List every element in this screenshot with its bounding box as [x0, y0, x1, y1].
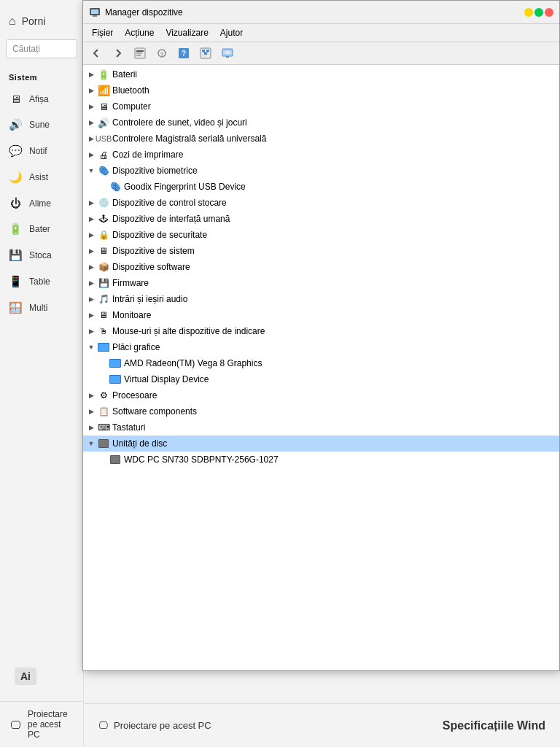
svg-rect-2	[93, 15, 97, 17]
title-bar-title: Manager dispozitive	[105, 7, 520, 18]
expand-audio-io[interactable]: ▶	[86, 294, 96, 304]
label-gpu-group: Plăci grafice	[112, 342, 160, 352]
minimize-button[interactable]	[524, 8, 533, 17]
device-tree[interactable]: ▶ 🔋 Baterii ▶ 📶 Bluetooth ▶ 🖥 Computer ▶…	[83, 65, 559, 670]
maximize-button[interactable]	[534, 8, 543, 17]
close-button[interactable]	[545, 8, 553, 17]
tree-item-hid[interactable]: ▶ 🕹 Dispozitive de interfață umană	[83, 211, 559, 227]
project-bottom-item[interactable]: 🖵 Proiectare pe acest PC	[98, 720, 211, 731]
system-dev-icon: 🖥	[98, 245, 109, 257]
sidebar-bottom: 🖵 Proiectare pe acest PC	[0, 701, 83, 747]
menu-fisier[interactable]: Fișier	[86, 26, 119, 40]
tree-item-sound[interactable]: ▶ 🔊 Controlere de sunet, video și jocuri	[83, 115, 559, 131]
sidebar-item-sound[interactable]: 🔊 Sune	[0, 112, 83, 138]
expand-computer[interactable]: ▶	[86, 101, 96, 112]
tree-item-virt-display[interactable]: ▶ Virtual Display Device	[83, 371, 559, 387]
tree-item-computer[interactable]: ▶ 🖥 Computer	[83, 98, 559, 115]
home-button[interactable]: ⌂ Porni	[0, 7, 83, 35]
expand-keyboard[interactable]: ▶	[86, 422, 96, 433]
expand-bluetooth[interactable]: ▶	[86, 85, 96, 96]
label-firmware: Firmware	[112, 278, 149, 288]
expand-software-dev[interactable]: ▶	[86, 262, 96, 272]
tree-item-firmware[interactable]: ▶ 💾 Firmware	[83, 275, 559, 291]
tree-item-software-dev[interactable]: ▶ 📦 Dispozitive software	[83, 259, 559, 275]
sidebar-item-multitask[interactable]: 🪟 Multi	[0, 295, 83, 321]
battery-icon-sidebar: 🔋	[9, 222, 22, 236]
settings-sidebar: ⌂ Porni Căutați Sistem 🖥 Afișa 🔊 Sune 💬 …	[0, 0, 84, 747]
tree-item-biometric[interactable]: ▼ 🫆 Dispozitive biometrice	[83, 163, 559, 179]
spec-label: Specificațiile Wind	[443, 719, 545, 732]
expand-storage-ctrl[interactable]: ▶	[86, 198, 96, 208]
toolbar: ? ?	[83, 42, 559, 65]
tree-item-print[interactable]: ▶ 🖨 Cozi de imprimare	[83, 147, 559, 163]
ai-label[interactable]: Ai	[15, 667, 36, 685]
sidebar-item-focus[interactable]: 🌙 Asist	[0, 164, 83, 190]
expand-cpu[interactable]: ▶	[86, 390, 96, 400]
label-mice: Mouse-uri și alte dispozitive de indicar…	[112, 326, 265, 336]
expand-security[interactable]: ▶	[86, 230, 96, 240]
sidebar-item-storage[interactable]: 💾 Stoca	[0, 242, 83, 268]
svg-text:?: ?	[160, 51, 164, 58]
sidebar-display-label: Afișa	[29, 94, 49, 104]
tree-item-amd-gpu[interactable]: ▶ AMD Radeon(TM) Vega 8 Graphics	[83, 355, 559, 371]
sidebar-item-display[interactable]: 🖥 Afișa	[0, 86, 83, 112]
toolbar-properties-button[interactable]	[130, 44, 150, 62]
sidebar-item-battery[interactable]: 🔋 Bater	[0, 216, 83, 242]
menu-actiune[interactable]: Acțiune	[119, 26, 160, 40]
tree-item-sw-comp[interactable]: ▶ 📋 Software components	[83, 403, 559, 419]
tree-item-bluetooth[interactable]: ▶ 📶 Bluetooth	[83, 82, 559, 98]
tree-item-system-dev[interactable]: ▶ 🖥 Dispozitive de sistem	[83, 243, 559, 259]
sidebar-power-label: Alime	[29, 198, 51, 209]
tree-item-cpu[interactable]: ▶ ⚙ Procesoare	[83, 387, 559, 403]
sidebar-item-tablet[interactable]: 📱 Table	[0, 268, 83, 295]
tree-item-gpu-group[interactable]: ▼ Plăci grafice	[83, 339, 559, 355]
tree-item-baterii[interactable]: ▶ 🔋 Baterii	[83, 66, 559, 82]
expand-print[interactable]: ▶	[86, 150, 96, 160]
computer-icon: 🖥	[98, 101, 109, 112]
label-goodix: Goodix Fingerprint USB Device	[124, 182, 246, 192]
storage-icon-sidebar: 💾	[9, 249, 22, 262]
project-pc-button[interactable]: 🖵 Proiectare pe acest PC	[0, 702, 83, 747]
menu-ajutor[interactable]: Ajutor	[214, 26, 249, 40]
sidebar-item-power[interactable]: ⏻ Alime	[0, 190, 83, 216]
tree-item-monitors[interactable]: ▶ 🖥 Monitoare	[83, 307, 559, 323]
tree-item-security[interactable]: ▶ 🔒 Dispozitive de securitate	[83, 227, 559, 243]
expand-biometric[interactable]: ▼	[86, 166, 96, 176]
menu-vizualizare[interactable]: Vizualizare	[160, 26, 214, 40]
menu-bar: Fișier Acțiune Vizualizare Ajutor	[83, 24, 559, 42]
toolbar-forward-button[interactable]	[108, 44, 128, 62]
tree-item-storage-ctrl[interactable]: ▶ 💿 Dispozitive de control stocare	[83, 195, 559, 211]
tree-item-usb[interactable]: ▶ USB Controlere Magistrală serială univ…	[83, 131, 559, 147]
devmgr-title-icon	[89, 7, 101, 18]
mouse-icon: 🖱	[98, 325, 109, 337]
keyboard-icon: ⌨	[98, 422, 109, 433]
toolbar-help-button[interactable]: ?	[174, 44, 194, 62]
toolbar-update-button[interactable]: ?	[152, 44, 172, 62]
expand-system-dev[interactable]: ▶	[86, 246, 96, 256]
tree-item-disk-drives[interactable]: ▼ Unități de disc	[83, 436, 559, 452]
usb-icon: USB	[98, 133, 109, 144]
toolbar-network-button[interactable]	[217, 44, 238, 62]
toolbar-back-button[interactable]	[86, 44, 106, 62]
expand-mice[interactable]: ▶	[86, 326, 96, 336]
expand-baterii[interactable]: ▶	[86, 69, 96, 80]
monitor-icon: 🖥	[98, 309, 109, 321]
tree-item-wdc[interactable]: ▶ WDC PC SN730 SDBPNTY-256G-1027	[83, 452, 559, 468]
tree-item-goodix[interactable]: ▶ 🫆 Goodix Fingerprint USB Device	[83, 179, 559, 195]
search-box[interactable]: Căutați	[6, 39, 77, 58]
expand-hid[interactable]: ▶	[86, 214, 96, 224]
expand-firmware[interactable]: ▶	[86, 278, 96, 288]
tree-item-keyboard[interactable]: ▶ ⌨ Tastaturi	[83, 419, 559, 436]
label-bluetooth: Bluetooth	[112, 85, 149, 96]
tree-item-audio-io[interactable]: ▶ 🎵 Intrări și ieșiri audio	[83, 291, 559, 307]
expand-sound[interactable]: ▶	[86, 117, 96, 128]
toolbar-connections-button[interactable]	[195, 44, 216, 62]
expand-disk-drives[interactable]: ▼	[86, 438, 96, 449]
tablet-icon: 📱	[9, 275, 22, 288]
cpu-icon: ⚙	[98, 390, 109, 401]
sidebar-item-notifications[interactable]: 💬 Notif	[0, 138, 83, 164]
expand-gpu-group[interactable]: ▼	[86, 342, 96, 352]
tree-item-mice[interactable]: ▶ 🖱 Mouse-uri și alte dispozitive de ind…	[83, 323, 559, 339]
expand-sw-comp[interactable]: ▶	[86, 406, 96, 417]
expand-monitors[interactable]: ▶	[86, 310, 96, 320]
